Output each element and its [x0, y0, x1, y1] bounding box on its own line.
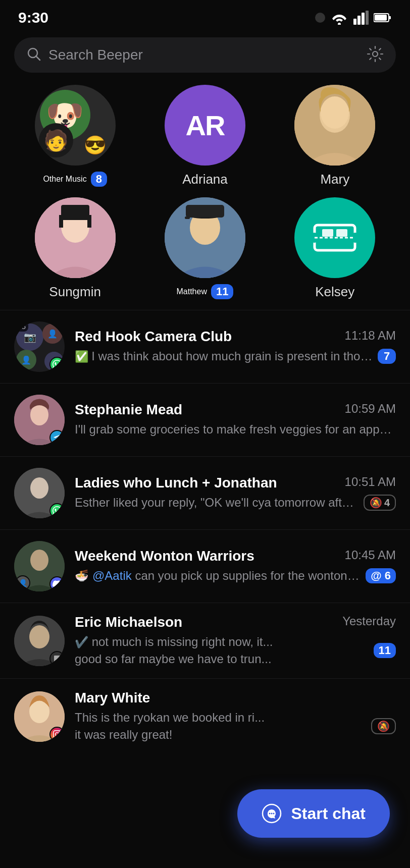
red-hook-time: 11:18 AM	[345, 329, 396, 343]
matthew-silhouette	[165, 197, 245, 278]
chat-list: 📷 👤 👤 👤 +8 Red Hook Camera Club 11:18 AM…	[0, 310, 410, 754]
contacts-section: 🐶 🧑 😎 Other Music 8 AR Adriana	[0, 85, 410, 300]
contacts-row-2: Sungmin	[10, 197, 400, 300]
svg-point-32	[30, 477, 48, 499]
contact-mary[interactable]: Mary	[284, 85, 385, 187]
chat-item-ladies[interactable]: Ladies who Lunch + Jonathan 10:51 AM Est…	[0, 456, 410, 529]
battery-icon	[374, 13, 392, 23]
contact-name-kelsey: Kelsey	[315, 284, 354, 300]
stephanie-avatar	[14, 395, 65, 445]
svg-rect-15	[61, 205, 89, 220]
contact-kelsey[interactable]: Kelsey	[284, 197, 385, 300]
stephanie-time: 10:59 AM	[345, 402, 396, 416]
svg-rect-2	[362, 13, 365, 25]
chat-item-mary-white[interactable]: Mary White This is the ryokan we booked …	[0, 678, 410, 754]
start-chat-button[interactable]: Start chat	[237, 789, 390, 838]
stephanie-header: Stephanie Mead 10:59 AM	[75, 402, 396, 418]
chat-item-stephanie[interactable]: Stephanie Mead 10:59 AM I'll grab some g…	[0, 383, 410, 456]
chat-item-red-hook[interactable]: 📷 👤 👤 👤 +8 Red Hook Camera Club 11:18 AM…	[0, 310, 410, 383]
avatar-person1: 🧑	[39, 123, 73, 157]
start-chat-icon	[262, 803, 282, 824]
svg-rect-17	[87, 215, 91, 228]
search-bar[interactable]: Search Beeper	[14, 37, 396, 73]
settings-icon[interactable]	[367, 45, 384, 65]
adriana-avatar-bg: AR	[165, 85, 245, 166]
other-music-avatar: 🐶 🧑 😎	[35, 85, 116, 166]
svg-rect-6	[375, 15, 387, 21]
platform-icon-discord	[49, 576, 65, 591]
eric-preview-line2: good so far maybe we have to trun...	[75, 650, 370, 668]
ladies-name: Ladies who Lunch + Jonathan	[75, 475, 277, 491]
svg-point-9	[373, 51, 378, 57]
svg-rect-5	[389, 16, 391, 19]
svg-point-40	[269, 813, 271, 815]
search-icon	[26, 46, 41, 64]
status-icons	[315, 11, 392, 25]
kelsey-icon-bg	[294, 197, 375, 278]
mary-white-header: Mary White	[75, 690, 396, 706]
contact-name-with-badge: Other Music 8	[43, 172, 107, 187]
mary-white-content: Mary White This is the ryokan we booked …	[75, 690, 396, 743]
avatar-part-3: 👤	[16, 350, 36, 370]
adriana-initials: AR	[186, 109, 225, 142]
svg-point-36	[29, 625, 49, 648]
wonton-avatar: 👤	[14, 541, 65, 591]
contact-name-other-music: Other Music	[43, 175, 86, 184]
mary-photo	[294, 85, 375, 166]
ladies-preview-wrap: Esther liked your reply, "OK we'll cya t…	[75, 494, 396, 511]
sungmin-silhouette	[35, 197, 116, 278]
contact-name-sungmin: Sungmin	[49, 284, 101, 300]
contact-other-music[interactable]: 🐶 🧑 😎 Other Music 8	[25, 85, 126, 187]
wonton-content: Weekend Wonton Warriors 10:45 AM 🍜 @Aati…	[75, 548, 396, 584]
wonton-mention-badge: @ 6	[366, 568, 396, 583]
contact-matthew[interactable]: Matthew 11	[155, 197, 255, 300]
start-chat-label: Start chat	[291, 804, 366, 823]
svg-point-42	[273, 813, 275, 815]
stephanie-preview: I'll grab some groceries to make fresh v…	[75, 421, 396, 438]
wonton-avatar-2: 👤	[15, 575, 30, 590]
wonton-emoji: 🍜	[75, 569, 88, 582]
mary-white-badge-muted: 🔕	[371, 718, 396, 734]
bell-mute-icon-2: 🔕	[377, 720, 390, 732]
avatar-plus-badge: +8	[14, 321, 28, 332]
contacts-row-1: 🐶 🧑 😎 Other Music 8 AR Adriana	[10, 85, 400, 187]
ladies-time: 10:51 AM	[345, 475, 396, 489]
chat-item-wonton[interactable]: 👤 Weekend Wonton Warriors 10:45 AM 🍜 @Aa…	[0, 529, 410, 603]
eric-name: Eric Michaelson	[75, 614, 182, 630]
eric-content: Eric Michaelson Yesterday ✔️ not much is…	[75, 614, 396, 667]
svg-point-34	[30, 550, 48, 571]
search-input[interactable]: Search Beeper	[48, 47, 360, 63]
contact-sungmin[interactable]: Sungmin	[25, 197, 126, 300]
svg-rect-16	[59, 215, 63, 228]
adriana-avatar: AR	[165, 85, 245, 166]
matthew-avatar	[165, 197, 245, 278]
red-hook-preview-wrap: ✅ I was think about how much grain is pr…	[75, 348, 396, 365]
stephanie-name: Stephanie Mead	[75, 402, 182, 418]
svg-rect-28	[336, 229, 347, 237]
contact-adriana[interactable]: AR Adriana	[155, 85, 255, 187]
wonton-name: Weekend Wonton Warriors	[75, 548, 254, 564]
svg-point-41	[271, 813, 273, 815]
matthew-badge: 11	[211, 284, 233, 299]
red-hook-name: Red Hook Camera Club	[75, 329, 232, 345]
kelsey-ticket-icon	[312, 220, 357, 255]
wonton-preview-wrap: 🍜 @Aatik can you pick up supplies for th…	[75, 567, 396, 584]
mary-silhouette	[294, 85, 375, 166]
svg-point-12	[321, 96, 349, 129]
stephanie-preview-wrap: I'll grab some groceries to make fresh v…	[75, 421, 396, 438]
eric-header: Eric Michaelson Yesterday	[75, 614, 396, 630]
check-circle-icon: ✔️	[75, 636, 88, 648]
mary-white-avatar	[14, 691, 65, 742]
mary-white-preview-block: This is the ryokan we booked in ri... it…	[75, 709, 367, 743]
mention-aatik: @Aatik	[92, 569, 132, 582]
red-hook-avatar: 📷 👤 👤 👤 +8	[14, 321, 65, 372]
contact-name-adriana: Adriana	[182, 172, 228, 187]
eric-platform-icon	[49, 651, 65, 666]
status-bar: 9:30	[0, 0, 410, 31]
wonton-time: 10:45 AM	[345, 548, 396, 562]
mary-white-preview-wrap: This is the ryokan we booked in ri... it…	[75, 709, 396, 743]
mary-avatar	[294, 85, 375, 166]
chat-item-eric[interactable]: Eric Michaelson Yesterday ✔️ not much is…	[0, 603, 410, 678]
ladies-content: Ladies who Lunch + Jonathan 10:51 AM Est…	[75, 475, 396, 511]
other-music-badge: 8	[91, 172, 107, 187]
